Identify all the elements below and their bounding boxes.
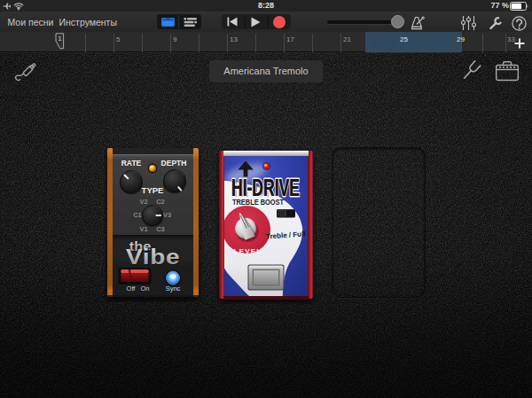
svg-text:TYPE: TYPE [142,185,164,195]
svg-text:DEPTH: DEPTH [161,159,187,168]
svg-text:1: 1 [58,35,62,43]
svg-text:LEVEL: LEVEL [234,247,262,255]
svg-text:Sync: Sync [166,285,181,293]
svg-text:RATE: RATE [121,159,142,168]
svg-text:TREBLE BOOST: TREBLE BOOST [232,197,284,207]
svg-text:V2: V2 [139,198,147,206]
svg-text:Off: Off [127,285,137,293]
svg-text:C3: C3 [156,225,165,233]
svg-text:C1: C1 [133,211,142,219]
svg-text:V3: V3 [163,211,171,219]
svg-text:V1: V1 [139,225,147,233]
svg-text:On: On [140,285,149,293]
svg-text:Vibe: Vibe [126,246,180,268]
svg-text:C2: C2 [156,198,165,206]
